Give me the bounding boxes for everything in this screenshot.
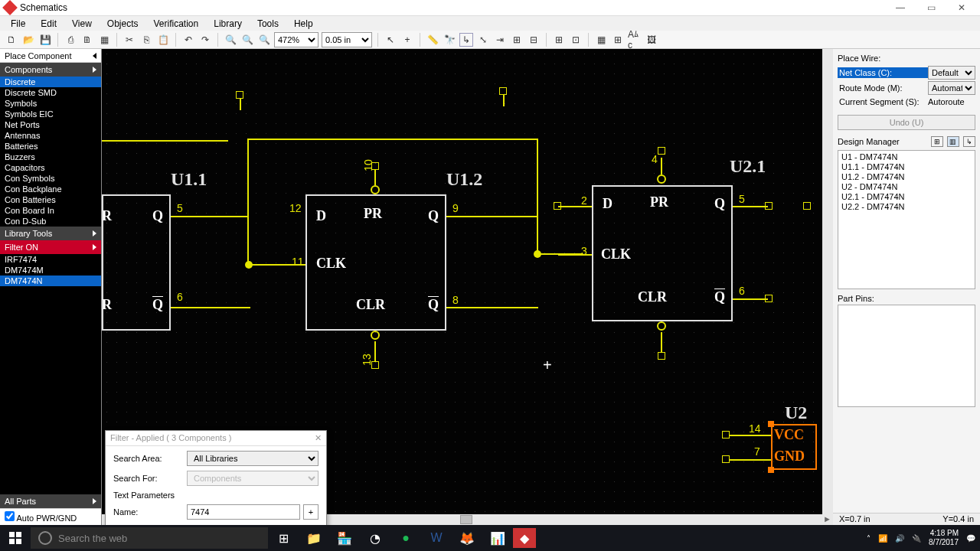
all-parts-header[interactable]: All Parts bbox=[0, 494, 101, 508]
text-icon[interactable]: Aﾑc bbox=[628, 33, 642, 47]
auto-pwr-gnd[interactable]: Auto PWR/GND bbox=[0, 508, 101, 525]
pointer-icon[interactable]: ↖ bbox=[384, 33, 397, 47]
open-icon[interactable]: 📂 bbox=[21, 33, 35, 47]
dialog-titlebar[interactable]: Filter - Applied ( 3 Components ) ✕ bbox=[106, 431, 326, 446]
network-icon[interactable]: 📶 bbox=[878, 534, 887, 543]
menu-file[interactable]: File bbox=[3, 18, 33, 29]
crosshair-icon[interactable]: + bbox=[400, 33, 414, 47]
menu-objects[interactable]: Objects bbox=[100, 18, 146, 29]
taskbar-app[interactable]: ◆ bbox=[513, 528, 536, 548]
list-item[interactable]: Discrete bbox=[0, 77, 101, 87]
minimize-button[interactable]: — bbox=[885, 0, 916, 15]
list-item[interactable]: U2.1 - DM7474N bbox=[841, 192, 972, 202]
filter-on-header[interactable]: Filter ON bbox=[0, 240, 101, 254]
net-class-select[interactable]: Default bbox=[928, 66, 975, 80]
axis-icon[interactable]: ⤡ bbox=[476, 33, 490, 47]
maximize-button[interactable]: ▭ bbox=[916, 0, 946, 15]
tray-chevron-icon[interactable]: ˄ bbox=[867, 534, 871, 543]
zoom-fit-icon[interactable]: 🔍 bbox=[257, 33, 271, 47]
filter-list[interactable]: IRF7474 DM7474M DM7474N bbox=[0, 254, 101, 494]
grid-icon[interactable]: ▦ bbox=[594, 33, 608, 47]
scrollbar-thumb[interactable] bbox=[460, 515, 472, 524]
taskbar-app[interactable]: 🏪 bbox=[329, 525, 360, 551]
cut-icon[interactable]: ✂ bbox=[122, 33, 136, 47]
system-tray[interactable]: ˄ 📶 🔊 🔌 4:18 PM 8/7/2017 💬 bbox=[867, 525, 980, 551]
taskbar-app[interactable]: 🦊 bbox=[452, 525, 482, 551]
list-item[interactable]: Batteries bbox=[0, 141, 101, 152]
list-item[interactable]: Discrete SMD bbox=[0, 87, 101, 98]
volume-icon[interactable]: 🔊 bbox=[895, 534, 904, 543]
start-button[interactable] bbox=[0, 525, 31, 551]
print-icon[interactable]: ⎙ bbox=[64, 33, 77, 47]
list-item[interactable]: U2 - DM7474N bbox=[841, 182, 972, 192]
image-icon[interactable]: 🖼 bbox=[645, 33, 658, 47]
taskbar-app[interactable]: ● bbox=[390, 525, 421, 551]
close-button[interactable]: ✕ bbox=[946, 0, 977, 15]
components-header[interactable]: Components bbox=[0, 63, 101, 77]
dm-view3-icon[interactable]: ↳ bbox=[963, 136, 975, 147]
list-item[interactable]: IRF7474 bbox=[0, 254, 101, 265]
menu-view[interactable]: View bbox=[64, 18, 100, 29]
auto-pwr-checkbox[interactable] bbox=[5, 511, 15, 521]
list-item[interactable]: U2.2 - DM7474N bbox=[841, 202, 972, 212]
add-param-button[interactable]: + bbox=[303, 504, 318, 520]
handle[interactable] bbox=[768, 421, 774, 427]
copy-icon[interactable]: ⎘ bbox=[139, 33, 153, 47]
handle[interactable] bbox=[768, 467, 774, 473]
list-item[interactable]: DM7474N bbox=[0, 276, 101, 286]
list-item[interactable]: U1.2 - DM7474N bbox=[841, 172, 972, 182]
taskbar-search[interactable]: Search the web bbox=[31, 527, 268, 549]
dm-view1-icon[interactable]: ⊞ bbox=[931, 136, 943, 147]
new-icon[interactable]: 🗋 bbox=[5, 33, 18, 47]
parts-icon[interactable]: ⊡ bbox=[569, 33, 583, 47]
name-input[interactable] bbox=[187, 504, 300, 520]
library-tools-header[interactable]: Library Tools bbox=[0, 227, 101, 240]
notifications-icon[interactable]: 💬 bbox=[966, 534, 975, 543]
part-pins-box[interactable] bbox=[838, 305, 975, 407]
search-area-select[interactable]: All Libraries bbox=[187, 451, 318, 466]
list-item[interactable]: U1.1 - DM7474N bbox=[841, 162, 972, 172]
search-for-select[interactable]: Components bbox=[187, 471, 318, 486]
component-list[interactable]: Discrete Discrete SMD Symbols Symbols EI… bbox=[0, 77, 101, 227]
dm-view2-icon[interactable]: ▥ bbox=[947, 136, 959, 147]
pins-icon[interactable]: ⊞ bbox=[552, 33, 566, 47]
list-item[interactable]: U1 - DM7474N bbox=[841, 152, 972, 162]
clock[interactable]: 4:18 PM 8/7/2017 bbox=[929, 529, 959, 547]
misc2-icon[interactable]: ⊟ bbox=[527, 33, 541, 47]
taskbar-app[interactable]: 📊 bbox=[482, 525, 513, 551]
list-item[interactable]: Symbols bbox=[0, 98, 101, 109]
list-item[interactable]: Net Ports bbox=[0, 119, 101, 130]
menu-edit[interactable]: Edit bbox=[33, 18, 64, 29]
zoom-in-icon[interactable]: 🔍 bbox=[224, 33, 237, 47]
binoculars-icon[interactable]: 🔭 bbox=[443, 33, 456, 47]
list-item[interactable]: DM7474M bbox=[0, 265, 101, 276]
menu-tools[interactable]: Tools bbox=[250, 18, 286, 29]
list-item[interactable]: Con Board In bbox=[0, 205, 101, 216]
save-icon[interactable]: 💾 bbox=[38, 33, 52, 47]
menu-library[interactable]: Library bbox=[206, 18, 250, 29]
ruler-icon[interactable]: 📏 bbox=[426, 33, 439, 47]
list-item[interactable]: Con Batteries bbox=[0, 194, 101, 205]
design-manager-list[interactable]: U1 - DM7474N U1.1 - DM7474N U1.2 - DM747… bbox=[838, 150, 975, 289]
list-item[interactable]: Buzzers bbox=[0, 152, 101, 162]
list-item[interactable]: Con Symbols bbox=[0, 173, 101, 184]
list-item[interactable]: Con Backplane bbox=[0, 184, 101, 194]
redo-icon[interactable]: ↷ bbox=[198, 33, 212, 47]
place-component-header[interactable]: Place Component bbox=[0, 49, 101, 63]
step-icon[interactable]: ⇥ bbox=[493, 33, 507, 47]
route-mode-select[interactable]: Automatic bbox=[928, 81, 975, 95]
grid2-icon[interactable]: ⊞ bbox=[611, 33, 625, 47]
list-item[interactable]: Capacitors bbox=[0, 162, 101, 173]
undo-button[interactable]: Undo (U) bbox=[838, 115, 975, 130]
list-item[interactable]: Symbols EIC bbox=[0, 109, 101, 119]
menu-verification[interactable]: Verification bbox=[146, 18, 207, 29]
ortho-icon[interactable]: ↳ bbox=[459, 33, 473, 47]
menu-help[interactable]: Help bbox=[286, 18, 321, 29]
zoom-out-icon[interactable]: 🔍 bbox=[240, 33, 254, 47]
list-item[interactable]: Con D-Sub bbox=[0, 216, 101, 227]
taskbar-app[interactable]: ◔ bbox=[360, 525, 390, 551]
titleblock-icon[interactable]: ▦ bbox=[97, 33, 111, 47]
scrollbar-vertical[interactable] bbox=[822, 49, 833, 514]
paste-icon[interactable]: 📋 bbox=[156, 33, 170, 47]
undo-icon[interactable]: ↶ bbox=[181, 33, 195, 47]
